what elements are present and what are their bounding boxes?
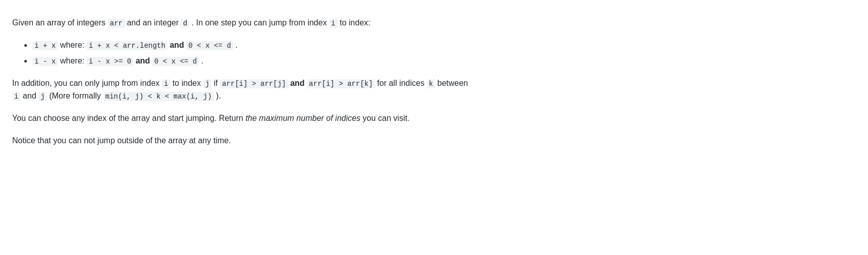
p2-text1: In addition, you can only jump from inde… <box>12 79 160 87</box>
i-code-intro: i <box>329 19 337 28</box>
p2-j-code: j <box>203 79 211 88</box>
p2-text3: if <box>214 79 218 87</box>
intro-to-text: to index: <box>340 18 370 27</box>
intro-text-before-arr: Given an array of integers <box>12 18 105 27</box>
conditions-list: i + x where: i + x < arr.length and 0 < … <box>12 39 854 68</box>
arr-code: arr <box>108 19 125 28</box>
intro-and-integer: and an integer <box>127 18 178 27</box>
p4-text: Notice that you can not jump outside of … <box>12 136 231 145</box>
p2-k-code: k <box>427 79 435 88</box>
p2-text4: for all indices <box>377 79 424 87</box>
bullet2-where: where: <box>60 56 86 65</box>
p2-text2: to index <box>172 79 201 87</box>
p2-text7: ). <box>216 91 221 100</box>
p2-i-code: i <box>162 79 170 88</box>
bullet2-prefix: i - x <box>32 57 58 66</box>
bullet1-and: and <box>170 41 187 49</box>
bullet1-cond1: i + x < arr.length <box>87 41 167 50</box>
p2-and1: and <box>290 79 307 87</box>
notice-paragraph: Notice that you can not jump outside of … <box>12 134 854 147</box>
p2-text5: between <box>438 79 468 87</box>
p3-italic: the maximum number of indices <box>245 114 360 122</box>
bullet-item-1: i + x where: i + x < arr.length and 0 < … <box>32 39 854 52</box>
addition-paragraph: In addition, you can only jump from inde… <box>12 77 854 103</box>
bullet1-dot: . <box>235 41 237 49</box>
bullet2-dot: . <box>201 56 203 65</box>
p2-cond2: arr[i] > arr[k] <box>307 79 375 88</box>
p2-text6: (More formally <box>49 91 101 100</box>
p3-text2b: you can visit. <box>363 114 409 122</box>
choose-paragraph: You can choose any index of the array an… <box>12 112 854 125</box>
intro-paragraph: Given an array of integers arr and an in… <box>12 16 854 29</box>
p2-cond1: arr[i] > arr[j] <box>220 79 288 88</box>
bullet2-and: and <box>135 56 152 65</box>
bullet1-prefix: i + x <box>32 41 58 50</box>
bullet-item-2: i - x where: i - x >= 0 and 0 < x <= d . <box>32 54 854 68</box>
bullet1-where: where: <box>60 41 86 49</box>
bullet1-cond2: 0 < x <= d <box>187 41 233 50</box>
p2-formal-code: min(i, j) < k < max(i, j) <box>103 92 214 101</box>
p2-j2-code: j <box>39 92 47 101</box>
d-code: d <box>181 19 189 28</box>
p3-text1: You can choose any index of the array an… <box>12 114 243 122</box>
bullet2-cond1: i - x >= 0 <box>87 57 133 66</box>
problem-container: Given an array of integers arr and an in… <box>12 16 854 147</box>
intro-text-end: . In one step you can jump from index <box>192 18 327 27</box>
p2-and2: and <box>23 91 37 100</box>
p2-i2-code: i <box>12 92 20 101</box>
bullet2-cond2: 0 < x <= d <box>152 57 199 66</box>
